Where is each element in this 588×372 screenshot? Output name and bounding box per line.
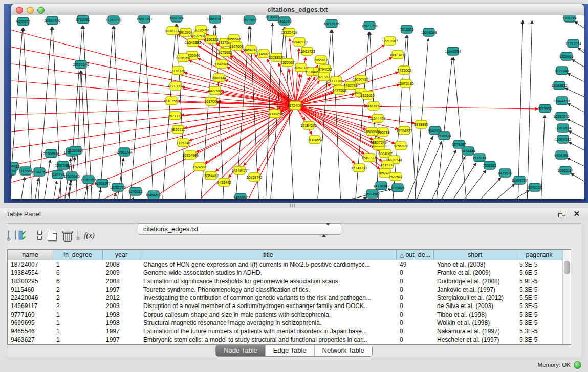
table-cell[interactable]: 2 [53, 302, 103, 310]
graph-node[interactable]: 2935114 [473, 154, 487, 162]
vertical-scrollbar[interactable] [562, 250, 571, 344]
table-cell[interactable]: 1998 [103, 319, 140, 327]
graph-node[interactable]: 7524502 [192, 163, 206, 171]
graph-node[interactable]: 2522547 [388, 172, 402, 181]
table-cell[interactable]: Nakamura et al. (1997) [434, 327, 516, 335]
graph-node[interactable]: 12073514 [555, 124, 571, 132]
row-height-icon[interactable] [37, 231, 42, 240]
graph-node[interactable]: 16354999 [182, 151, 198, 159]
graph-node[interactable]: 16782759 [110, 183, 125, 191]
table-cell[interactable]: 2003 [103, 302, 140, 310]
table-cell[interactable]: 0 [397, 286, 434, 294]
graph-node[interactable]: 10973493 [389, 51, 405, 59]
table-cell[interactable]: Tibbo et al. (1998) [434, 311, 516, 319]
table-cell[interactable]: de Silva et al. (2003) [434, 302, 516, 310]
graph-node[interactable]: 18724007 [287, 101, 303, 110]
table-cell[interactable]: Tourette syndrome. Phenomenology and cla… [140, 286, 397, 294]
close-panel-icon[interactable]: ✕ [573, 210, 580, 218]
new-table-icon[interactable] [48, 230, 57, 241]
graph-node[interactable]: 15751074 [565, 39, 581, 48]
graph-node[interactable]: 7955812 [314, 56, 328, 64]
divider-grip-icon[interactable] [290, 204, 296, 207]
table-cell[interactable]: 5.3E-5 [516, 311, 562, 319]
graph-node[interactable]: 7125248 [176, 139, 190, 147]
graph-node[interactable]: 1615132 [380, 161, 394, 169]
table-cell[interactable]: 0 [397, 311, 434, 319]
table-cell[interactable]: 9115460 [8, 286, 53, 294]
table-row[interactable]: 911546021997Tourette syndrome. Phenomeno… [8, 286, 562, 294]
table-cell[interactable]: 19384554 [8, 269, 53, 277]
graph-node[interactable]: 17654923 [396, 126, 412, 135]
graph-node[interactable]: 16958742 [246, 173, 262, 181]
graph-node[interactable]: 9242848 [214, 60, 228, 68]
table-cell[interactable]: Investigating the contribution of common… [140, 294, 397, 302]
column-header-out_de[interactable]: △out_de... [397, 250, 434, 260]
graph-node[interactable]: 9794022 [318, 65, 332, 73]
table-cell[interactable]: 1998 [103, 311, 140, 319]
graph-node[interactable]: 1527602 [243, 16, 256, 24]
column-header-year[interactable]: year [103, 250, 140, 260]
graph-node[interactable]: 1145194 [51, 170, 65, 179]
graph-node[interactable]: 20053346 [73, 60, 89, 69]
table-cell[interactable]: 1 [53, 336, 103, 344]
column-header-name[interactable]: name [8, 250, 53, 260]
table-cell[interactable]: 49 [397, 260, 434, 269]
tab-node-table[interactable]: Node Table [216, 345, 265, 356]
graph-node[interactable]: 11283790 [106, 16, 122, 24]
graph-node[interactable]: 16543382 [185, 38, 201, 47]
graph-node[interactable]: 16745233 [351, 164, 367, 172]
table-cell[interactable]: 2 [53, 294, 103, 302]
table-cell[interactable]: 2008 [103, 260, 140, 269]
table-cell[interactable]: 6 [53, 277, 103, 286]
graph-node[interactable]: 9777169 [329, 77, 343, 85]
split-pane-divider[interactable] [0, 203, 588, 208]
apply-checks-icon[interactable]: ✔✔ [21, 230, 32, 240]
table-cell[interactable]: 5.3E-5 [516, 286, 562, 294]
graph-node[interactable]: 2803144 [212, 74, 226, 82]
graph-node[interactable]: 19384554 [307, 136, 322, 144]
select-columns-icon[interactable] [15, 231, 16, 240]
table-cell[interactable]: 1997 [103, 336, 140, 344]
graph-node[interactable]: 20691406 [44, 16, 60, 25]
graph-node[interactable]: 8186328 [204, 35, 218, 43]
graph-node[interactable]: 16959717 [511, 176, 527, 184]
function-builder-icon[interactable]: f(x) [84, 231, 95, 240]
table-cell[interactable]: 0 [397, 336, 434, 344]
graph-node[interactable]: 21260657 [68, 146, 83, 155]
graph-node[interactable]: 10107487 [353, 75, 368, 83]
graph-node[interactable]: 9321610 [360, 91, 374, 99]
graph-node[interactable]: 12213383 [167, 82, 183, 90]
graph-node[interactable]: 10454502 [145, 191, 161, 199]
graph-node[interactable]: 18807249 [371, 138, 386, 146]
graph-node[interactable]: 9904103 [554, 151, 568, 159]
graph-node[interactable]: 8427552 [208, 86, 222, 95]
table-cell[interactable]: 14569117 [8, 302, 53, 310]
graph-node[interactable]: 10653287 [207, 15, 223, 23]
table-cell[interactable]: 0 [397, 302, 434, 310]
column-header-pagerank[interactable]: pagerank [516, 250, 562, 260]
graph-node[interactable]: 12093822 [551, 81, 567, 90]
graph-node[interactable]: 14136141 [373, 182, 389, 190]
graph-node[interactable]: 9756928 [394, 142, 407, 150]
graph-node[interactable]: 9896358 [176, 54, 190, 62]
network-window-titlebar[interactable]: citations_edges.txt [11, 4, 584, 16]
graph-node[interactable]: 9862324 [169, 15, 183, 22]
table-cell[interactable]: Stergiakouli et al. (2012) [434, 294, 516, 302]
table-cell[interactable]: Disruption of a novel member of a sodium… [140, 302, 397, 310]
graph-node[interactable]: 9227343 [555, 67, 569, 75]
table-cell[interactable]: 0 [397, 327, 434, 335]
table-cell[interactable]: 6 [53, 269, 103, 277]
graph-node[interactable]: 10688609 [364, 127, 380, 136]
table-row[interactable]: 1456911722003Disruption of a novel membe… [8, 302, 562, 310]
graph-node[interactable]: 9474444 [461, 147, 475, 155]
table-cell[interactable]: 1 [53, 319, 103, 327]
table-cell[interactable]: 2009 [103, 269, 140, 277]
graph-node[interactable]: 2671731 [168, 112, 182, 120]
table-cell[interactable]: 0 [397, 269, 434, 277]
table-cell[interactable]: 2008 [103, 277, 140, 286]
table-cell[interactable]: Dudbridge et al. (2008) [434, 277, 516, 286]
graph-node[interactable]: 18640910 [291, 38, 307, 46]
table-settings-icon[interactable]: ⚙ [8, 231, 9, 240]
table-cell[interactable]: Genome-wide association studies in ADHD. [140, 269, 397, 277]
graph-node[interactable]: 7485063 [397, 66, 411, 74]
